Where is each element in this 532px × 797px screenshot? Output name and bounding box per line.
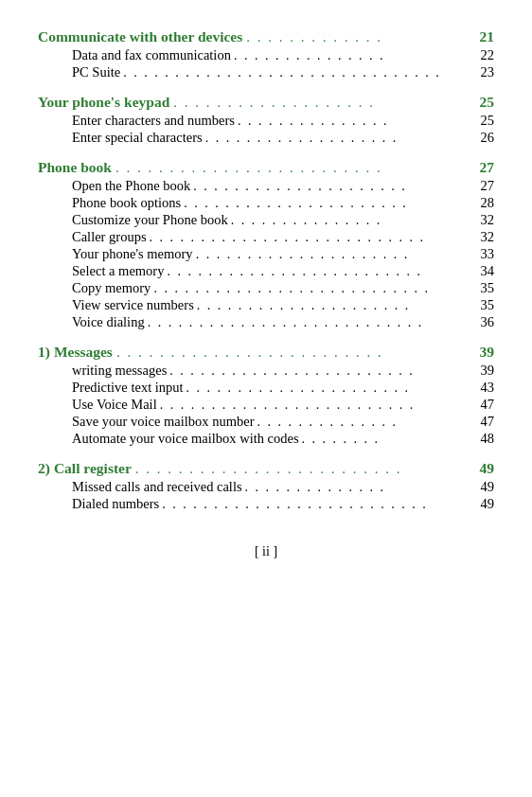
sub-dots: . . . . . . . . . . . . . . . . . . . . …: [123, 65, 477, 80]
sub-page: 36: [481, 314, 495, 330]
sub-title: Phone book options: [72, 195, 181, 211]
sub-page: 25: [481, 113, 495, 129]
sub-dots: . . . . . . . . . . . . . . .: [234, 48, 478, 63]
sub-page: 32: [481, 229, 495, 245]
section-number: 2): [38, 460, 50, 477]
sub-item-0: Open the Phone book. . . . . . . . . . .…: [72, 178, 494, 194]
section-page: 39: [480, 344, 495, 361]
sub-item-2: Use Voice Mail. . . . . . . . . . . . . …: [72, 397, 494, 413]
sub-item-0: writing messages. . . . . . . . . . . . …: [72, 363, 494, 379]
sub-dots: . . . . . . . . . . . . . . . . . . .: [205, 131, 478, 146]
section-page: 25: [480, 94, 495, 111]
section-heading: Phone book. . . . . . . . . . . . . . . …: [38, 159, 494, 176]
section-dots: . . . . . . . . . . . . . . . . . . .: [173, 95, 475, 111]
section-dots: . . . . . . . . . . . . .: [246, 29, 475, 45]
sub-title: Automate your voice mailbox with codes: [72, 431, 299, 447]
sub-item-1: Phone book options. . . . . . . . . . . …: [72, 195, 494, 211]
sub-page: 26: [481, 130, 495, 146]
sub-dots: . . . . . . . .: [302, 432, 478, 447]
sub-dots: . . . . . . . . . . . . . .: [257, 415, 477, 430]
sub-title: Dialed numbers: [72, 496, 159, 512]
section-number: 1): [38, 344, 50, 361]
sub-dots: . . . . . . . . . . . . . . . . . . . . …: [167, 264, 477, 279]
sub-title: Open the Phone book: [72, 178, 190, 194]
sub-title: Your phone's memory: [72, 246, 193, 262]
sub-page: 48: [481, 431, 495, 447]
sub-page: 23: [481, 64, 495, 80]
sub-title: Copy memory: [72, 280, 151, 296]
section-title: Your phone's keypad: [38, 94, 169, 111]
sub-page: 28: [481, 195, 495, 211]
sub-dots: . . . . . . . . . . . . . . . . . . . . …: [148, 315, 478, 330]
section-title: Messages: [54, 344, 113, 361]
section-page: 49: [480, 460, 495, 477]
sub-dots: . . . . . . . . . . . . . .: [245, 480, 478, 495]
sub-title: Enter special characters: [72, 130, 203, 146]
sub-dots: . . . . . . . . . . . . . . . . . . . . …: [153, 281, 477, 296]
section-dots: . . . . . . . . . . . . . . . . . . . . …: [115, 160, 476, 176]
sub-title: View service numbers: [72, 297, 194, 313]
section-page: 21: [480, 28, 495, 45]
sub-page: 43: [481, 380, 495, 396]
sub-title: Enter characters and numbers: [72, 113, 235, 129]
sub-title: Data and fax communication: [72, 47, 231, 63]
sub-item-4: Automate your voice mailbox with codes. …: [72, 431, 494, 447]
section-title: Communicate with other devices: [38, 28, 242, 45]
sub-page: 49: [481, 479, 495, 495]
sub-page: 35: [481, 297, 495, 313]
sub-title: Predictive text input: [72, 380, 184, 396]
sub-title: Use Voice Mail: [72, 397, 157, 413]
sub-page: 39: [481, 363, 495, 379]
sub-page: 27: [481, 178, 495, 194]
sub-title: writing messages: [72, 363, 167, 379]
section-heading: Your phone's keypad. . . . . . . . . . .…: [38, 94, 494, 111]
sub-dots: . . . . . . . . . . . . . . .: [238, 114, 478, 129]
sub-item-1: Dialed numbers. . . . . . . . . . . . . …: [72, 496, 494, 512]
sub-page: 22: [481, 47, 495, 63]
toc-container: Communicate with other devices. . . . . …: [38, 28, 494, 525]
sub-page: 47: [481, 397, 495, 413]
sub-item-0: Data and fax communication. . . . . . . …: [72, 47, 494, 63]
section-heading: Communicate with other devices. . . . . …: [38, 28, 494, 45]
sub-item-0: Enter characters and numbers. . . . . . …: [72, 113, 494, 129]
sub-item-1: PC Suite. . . . . . . . . . . . . . . . …: [72, 64, 494, 80]
sub-page: 47: [481, 414, 495, 430]
numbered-heading: 2)Call register. . . . . . . . . . . . .…: [38, 460, 494, 477]
toc-section-0: Communicate with other devices. . . . . …: [38, 28, 494, 80]
sub-dots: . . . . . . . . . . . . . . . . . . . . …: [160, 398, 478, 413]
sub-title: PC Suite: [72, 64, 120, 80]
sub-page: 49: [481, 496, 495, 512]
sub-dots: . . . . . . . . . . . . . . . . . . . . …: [169, 363, 477, 379]
sub-page: 33: [481, 246, 495, 262]
sub-item-1: Enter special characters. . . . . . . . …: [72, 130, 494, 146]
sub-page: 34: [481, 263, 495, 279]
sub-item-8: Voice dialing. . . . . . . . . . . . . .…: [72, 314, 494, 330]
section-page: 27: [480, 159, 495, 176]
sub-item-0: Missed calls and received calls. . . . .…: [72, 479, 494, 495]
section-dots: . . . . . . . . . . . . . . . . . . . . …: [135, 461, 476, 477]
sub-item-7: View service numbers. . . . . . . . . . …: [72, 297, 494, 313]
toc-section-4: 2)Call register. . . . . . . . . . . . .…: [38, 460, 494, 512]
sub-item-2: Customize your Phone book. . . . . . . .…: [72, 212, 494, 228]
section-title: Call register: [54, 460, 132, 477]
section-dots: . . . . . . . . . . . . . . . . . . . . …: [116, 345, 476, 361]
sub-item-6: Copy memory. . . . . . . . . . . . . . .…: [72, 280, 494, 296]
sub-dots: . . . . . . . . . . . . . . .: [231, 213, 478, 228]
sub-dots: . . . . . . . . . . . . . . . . . . . . …: [162, 497, 477, 512]
sub-item-5: Select a memory. . . . . . . . . . . . .…: [72, 263, 494, 279]
sub-dots: . . . . . . . . . . . . . . . . . . . . …: [197, 298, 478, 313]
toc-section-1: Your phone's keypad. . . . . . . . . . .…: [38, 94, 494, 146]
sub-title: Save your voice mailbox number: [72, 414, 254, 430]
sub-item-3: Save your voice mailbox number. . . . . …: [72, 414, 494, 430]
sub-item-4: Your phone's memory. . . . . . . . . . .…: [72, 246, 494, 262]
sub-title: Caller groups: [72, 229, 147, 245]
sub-title: Voice dialing: [72, 314, 145, 330]
section-title: Phone book: [38, 159, 112, 176]
toc-section-3: 1)Messages. . . . . . . . . . . . . . . …: [38, 344, 494, 447]
sub-dots: . . . . . . . . . . . . . . . . . . . . …: [193, 179, 477, 194]
sub-page: 35: [481, 280, 495, 296]
sub-dots: . . . . . . . . . . . . . . . . . . . . …: [150, 230, 478, 245]
sub-item-3: Caller groups. . . . . . . . . . . . . .…: [72, 229, 494, 245]
page-footer: [ ii ]: [38, 544, 494, 559]
toc-section-2: Phone book. . . . . . . . . . . . . . . …: [38, 159, 494, 330]
